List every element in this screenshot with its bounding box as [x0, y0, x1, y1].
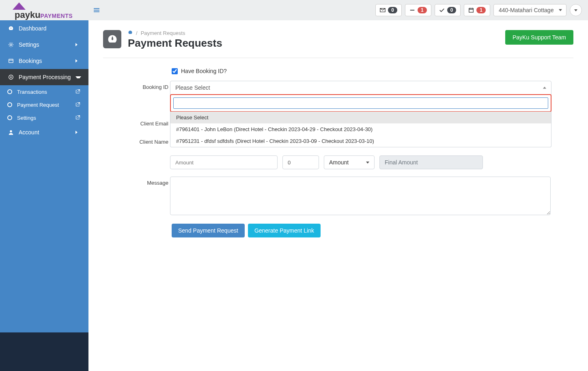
sidebar-item-label: Payment Request — [17, 102, 75, 108]
user-menu-button[interactable] — [570, 4, 582, 16]
svg-rect-1 — [469, 9, 474, 13]
chevron-down-icon — [559, 9, 562, 11]
gauge-icon — [107, 34, 118, 45]
breadcrumb-home[interactable] — [128, 30, 133, 36]
sidebar-item-settings[interactable]: Settings — [0, 37, 88, 53]
chevron-down-icon — [366, 162, 369, 164]
sidebar-item-account[interactable]: Account — [0, 124, 88, 140]
sidebar-item-bookings[interactable]: Bookings — [0, 53, 88, 69]
chevron-down-icon — [574, 9, 577, 11]
check-icon — [439, 7, 445, 13]
discount-input[interactable] — [282, 155, 319, 169]
client-email-label: Client Email — [127, 117, 170, 127]
calendar-badge-button[interactable]: 1 — [464, 4, 490, 16]
logo-main: payku — [15, 10, 41, 20]
booking-id-label: Booking ID — [127, 81, 170, 90]
sidebar-footer — [0, 332, 88, 371]
confirmed-badge-button[interactable]: 0 — [435, 4, 461, 16]
sidebar-item-label: Settings — [19, 41, 75, 48]
menu-toggle-button[interactable] — [88, 7, 105, 13]
external-link-icon — [75, 89, 81, 95]
amount-type-label: Amount — [329, 159, 349, 166]
property-selector[interactable]: 440-Matahari Cottage — [493, 4, 566, 16]
divider — [103, 58, 573, 58]
logo-sub: PAYMENTS — [41, 13, 73, 19]
amount-type-select[interactable]: Amount — [324, 155, 375, 169]
svg-rect-3 — [9, 59, 13, 63]
hamburger-icon — [93, 7, 100, 13]
sidebar-item-label: Payment Processing — [19, 74, 75, 80]
sidebar-item-dashboard[interactable]: Dashboard — [0, 20, 88, 37]
chevron-down-icon — [75, 76, 81, 78]
circle-icon — [7, 115, 12, 120]
generate-payment-link-button[interactable]: Generate Payment Link — [248, 224, 321, 237]
envelope-icon — [380, 7, 386, 13]
page-icon — [103, 30, 121, 48]
bookings-icon — [7, 58, 15, 64]
minus-icon — [409, 7, 415, 13]
dropdown-option[interactable]: Please Select — [170, 112, 551, 123]
dropdown-option[interactable]: #7951231 - dfdsf sdfdsfs (Direct Hotel -… — [170, 135, 551, 147]
chevron-up-icon — [543, 87, 546, 89]
message-label: Message — [127, 177, 170, 186]
circle-icon — [7, 102, 12, 107]
dropdown-option[interactable]: #7961401 - John LeBon (Direct Hotel - Ch… — [170, 123, 551, 135]
breadcrumb-separator: / — [136, 30, 138, 36]
svg-point-5 — [10, 76, 12, 78]
sidebar-item-payment-processing[interactable]: Payment Processing — [0, 69, 88, 85]
sidebar-item-label: Dashboard — [19, 25, 81, 32]
sidebar-sub-settings[interactable]: Settings — [0, 111, 88, 124]
sidebar-sub-payment-request[interactable]: Payment Request — [0, 98, 88, 111]
messages-badge-button[interactable]: 0 — [375, 4, 402, 16]
badge-count: 0 — [388, 7, 397, 13]
logo: paykuPAYMENTS — [0, 0, 88, 20]
have-booking-label: Have Booking ID? — [181, 68, 227, 74]
sidebar-item-label: Bookings — [19, 58, 75, 64]
support-button[interactable]: PayKu Support Team — [505, 30, 573, 45]
final-amount-display: Final Amount — [379, 155, 483, 169]
page-title: Payment Requests — [128, 37, 499, 50]
payment-icon — [7, 74, 15, 80]
sidebar-item-label: Account — [19, 129, 75, 136]
dashboard-icon — [7, 26, 15, 31]
sidebar-sub-transactions[interactable]: Transactions — [0, 85, 88, 98]
amount-input[interactable] — [170, 155, 278, 169]
badge-count: 1 — [418, 7, 427, 13]
chevron-right-icon — [75, 43, 81, 46]
booking-id-select-value: Please Select — [175, 84, 210, 91]
sidebar-item-label: Transactions — [17, 89, 75, 95]
sidebar-item-label: Settings — [17, 115, 75, 121]
calendar-icon — [468, 7, 474, 13]
breadcrumb: / Payment Requests — [128, 30, 499, 36]
gear-icon — [7, 42, 15, 47]
message-textarea[interactable] — [170, 177, 551, 215]
badge-count: 1 — [476, 7, 486, 13]
circle-icon — [7, 89, 12, 94]
booking-id-select[interactable]: Please Select — [170, 81, 551, 95]
svg-point-6 — [10, 130, 12, 132]
final-amount-placeholder: Final Amount — [385, 159, 418, 166]
dashboard-icon — [128, 30, 133, 35]
svg-point-2 — [10, 44, 12, 45]
client-name-label: Client Name — [127, 136, 170, 145]
breadcrumb-current: Payment Requests — [141, 30, 185, 36]
badge-count: 0 — [447, 7, 457, 13]
have-booking-checkbox[interactable] — [172, 68, 178, 74]
send-payment-request-button[interactable]: Send Payment Request — [172, 224, 245, 237]
chevron-right-icon — [75, 131, 81, 134]
external-link-icon — [75, 102, 81, 108]
property-selector-label: 440-Matahari Cottage — [499, 7, 554, 13]
svg-rect-0 — [410, 10, 415, 11]
external-link-icon — [75, 115, 81, 121]
logo-triangle-icon — [13, 2, 26, 10]
booking-id-search-input[interactable] — [173, 97, 548, 109]
user-icon — [7, 129, 15, 135]
chevron-right-icon — [75, 59, 81, 63]
cancellations-badge-button[interactable]: 1 — [405, 4, 431, 16]
booking-id-dropdown: Please Select #7961401 - John LeBon (Dir… — [170, 94, 551, 147]
